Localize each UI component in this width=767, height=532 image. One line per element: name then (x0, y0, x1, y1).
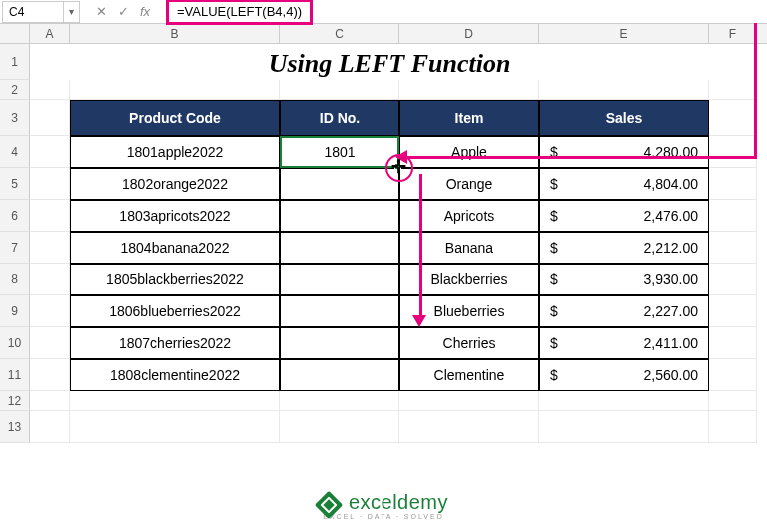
formula-input[interactable]: =VALUE(LEFT(B4,4)) (156, 1, 767, 23)
row-header-7[interactable]: 7 (0, 232, 30, 264)
cell-a2[interactable] (30, 80, 70, 100)
cell-d2[interactable] (399, 80, 539, 100)
cell-c11[interactable] (280, 359, 399, 391)
cell-c2[interactable] (280, 80, 399, 100)
enter-formula-button[interactable]: ✓ (112, 1, 134, 23)
row-12: 12 (0, 391, 767, 411)
name-box-dropdown[interactable]: ▾ (64, 1, 80, 23)
cell-f13[interactable] (709, 411, 757, 443)
cell-b13[interactable] (70, 411, 280, 443)
cell-b6[interactable]: 1803apricots2022 (70, 200, 280, 232)
annotation-arrow-bottom-horizontal (407, 156, 757, 159)
col-header-a[interactable]: A (30, 24, 70, 43)
cell-c12[interactable] (280, 391, 399, 411)
cell-f11[interactable] (709, 359, 757, 391)
name-box-value: C4 (9, 5, 24, 19)
row-header-10[interactable]: 10 (0, 327, 30, 359)
row-header-3[interactable]: 3 (0, 100, 30, 136)
cell-f10[interactable] (709, 327, 757, 359)
cell-d10[interactable]: Cherries (399, 327, 539, 359)
header-id-no[interactable]: ID No. (280, 100, 399, 136)
col-header-f[interactable]: F (709, 24, 757, 43)
row-header-13[interactable]: 13 (0, 411, 30, 443)
cell-e6[interactable]: $2,476.00 (539, 200, 709, 232)
cell-a12[interactable] (30, 391, 70, 411)
row-header-8[interactable]: 8 (0, 264, 30, 295)
cell-b9[interactable]: 1806blueberries2022 (70, 295, 280, 327)
row-header-4[interactable]: 4 (0, 136, 30, 168)
cell-a8[interactable] (30, 264, 70, 295)
cell-e12[interactable] (539, 391, 709, 411)
cell-e8[interactable]: $3,930.00 (539, 264, 709, 295)
header-sales[interactable]: Sales (539, 100, 709, 136)
row-header-11[interactable]: 11 (0, 359, 30, 391)
row-header-6[interactable]: 6 (0, 200, 30, 232)
cell-a5[interactable] (30, 168, 70, 200)
cell-c6[interactable] (280, 200, 399, 232)
cell-b2[interactable] (70, 80, 280, 100)
cell-f2[interactable] (709, 80, 757, 100)
cell-b8[interactable]: 1805blackberries2022 (70, 264, 280, 295)
cell-f3[interactable] (709, 100, 757, 136)
cell-b5[interactable]: 1802orange2022 (70, 168, 280, 200)
cell-e7[interactable]: $2,212.00 (539, 232, 709, 264)
cell-a3[interactable] (30, 100, 70, 136)
cell-e5[interactable]: $4,804.00 (539, 168, 709, 200)
cell-a4[interactable] (30, 136, 70, 168)
row-header-1[interactable]: 1 (0, 44, 30, 80)
col-header-d[interactable]: D (399, 24, 539, 43)
cell-c5[interactable] (280, 168, 399, 200)
cell-c7[interactable] (280, 232, 399, 264)
select-all-corner[interactable] (0, 24, 30, 43)
name-box[interactable]: C4 (2, 1, 64, 23)
cell-e13[interactable] (539, 411, 709, 443)
cell-b7[interactable]: 1804banana2022 (70, 232, 280, 264)
col-header-e[interactable]: E (539, 24, 709, 43)
cancel-formula-button[interactable]: ✕ (90, 1, 112, 23)
cell-d4[interactable]: Apple (399, 136, 539, 168)
cell-e4[interactable]: $4,280.00 (539, 136, 709, 168)
header-product-code[interactable]: Product Code (70, 100, 280, 136)
cell-f6[interactable] (709, 200, 757, 232)
cell-f8[interactable] (709, 264, 757, 295)
header-item[interactable]: Item (399, 100, 539, 136)
cell-e2[interactable] (539, 80, 709, 100)
cell-b12[interactable] (70, 391, 280, 411)
page-title: Using LEFT Function (70, 45, 709, 79)
cell-c4-active[interactable]: 1801 (280, 136, 399, 168)
cell-e9[interactable]: $2,227.00 (539, 295, 709, 327)
cell-f9[interactable] (709, 295, 757, 327)
cell-b10[interactable]: 1807cherries2022 (70, 327, 280, 359)
cell-f12[interactable] (709, 391, 757, 411)
row-header-5[interactable]: 5 (0, 168, 30, 200)
cell-b11[interactable]: 1808clementine2022 (70, 359, 280, 391)
cell-a1[interactable] (30, 44, 70, 80)
cell-f4[interactable] (709, 136, 757, 168)
cell-d11[interactable]: Clementine (399, 359, 539, 391)
cell-a11[interactable] (30, 359, 70, 391)
col-header-c[interactable]: C (280, 24, 399, 43)
cell-d12[interactable] (399, 391, 539, 411)
row-header-2[interactable]: 2 (0, 80, 30, 100)
cell-c10[interactable] (280, 327, 399, 359)
insert-function-button[interactable]: fx (134, 1, 156, 23)
cell-e11[interactable]: $2,560.00 (539, 359, 709, 391)
chevron-down-icon: ▾ (69, 6, 74, 17)
cell-b4[interactable]: 1801apple2022 (70, 136, 280, 168)
cell-f5[interactable] (709, 168, 757, 200)
cell-a13[interactable] (30, 411, 70, 443)
row-header-9[interactable]: 9 (0, 295, 30, 327)
cell-f7[interactable] (709, 232, 757, 264)
title-cell[interactable]: Using LEFT Function (70, 44, 709, 80)
row-header-12[interactable]: 12 (0, 391, 30, 411)
cell-d13[interactable] (399, 411, 539, 443)
cell-c13[interactable] (280, 411, 399, 443)
cell-c9[interactable] (280, 295, 399, 327)
col-header-b[interactable]: B (70, 24, 280, 43)
cell-a9[interactable] (30, 295, 70, 327)
cell-a6[interactable] (30, 200, 70, 232)
cell-a7[interactable] (30, 232, 70, 264)
cell-c8[interactable] (280, 264, 399, 295)
cell-a10[interactable] (30, 327, 70, 359)
cell-e10[interactable]: $2,411.00 (539, 327, 709, 359)
